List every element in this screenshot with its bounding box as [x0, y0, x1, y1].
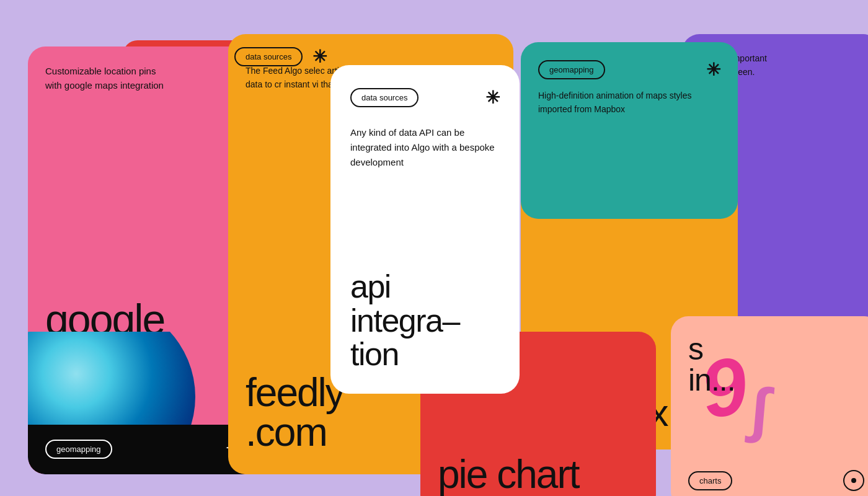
geomapping-tag: geomapping [45, 440, 112, 459]
salmon-bottom-row: charts [688, 470, 864, 491]
api-title: apiintegra–tion [350, 270, 500, 371]
salmon-partial-text: sin... [688, 334, 864, 396]
charts-tag: charts [688, 471, 732, 490]
feedly-datasources-overlay: data sources ✳ [234, 46, 327, 67]
google-maps-top: Customizable location pins with google m… [45, 64, 243, 93]
piechart-title: pie chart [438, 454, 578, 494]
target-icon [843, 470, 864, 491]
feedly-asterisk-icon: ✳ [312, 46, 327, 67]
card-mapbox-teal: geomapping ✳ High-definition animation o… [521, 42, 738, 219]
google-maps-description: Customizable location pins with google m… [45, 64, 169, 93]
google-maps-bottom-tag-row: geomapping ✦ [45, 436, 243, 462]
card-google-maps: Customizable location pins with google m… [28, 46, 260, 474]
mapbox-description: High-definition animation of maps styles… [538, 89, 720, 117]
card-api-integration: data sources ✳ Any kind of data API can … [330, 65, 520, 394]
card-salmon: 9 ∫ sin... charts [671, 316, 868, 496]
geomapping-tag-mapbox: geomapping [538, 60, 605, 79]
data-sources-tag: data sources [350, 88, 418, 107]
mapbox-asterisk-icon: ✳ [706, 60, 720, 80]
mapbox-header: geomapping ✳ [538, 60, 720, 80]
data-sources-tag-row: data sources ✳ [350, 87, 500, 108]
api-asterisk-icon: ✳ [485, 87, 500, 108]
api-description: Any kind of data API can be integrated i… [350, 125, 500, 170]
feedly-data-sources-tag: data sources [234, 47, 303, 66]
